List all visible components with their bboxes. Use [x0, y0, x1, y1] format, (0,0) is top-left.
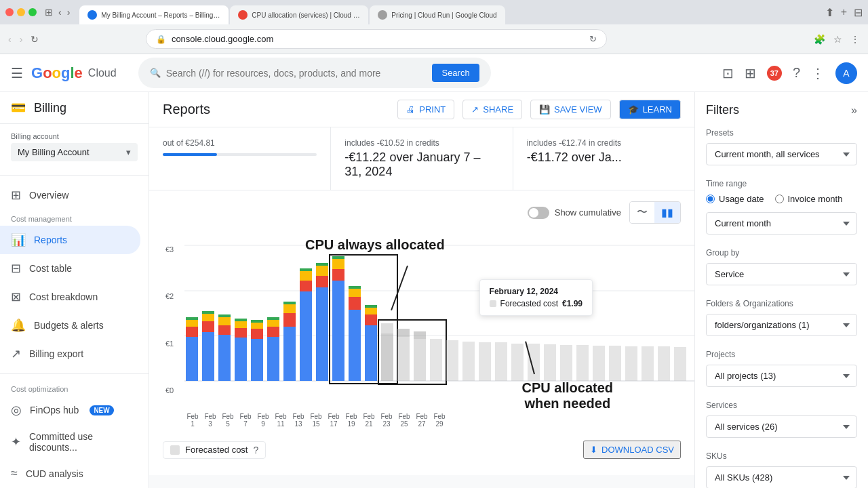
progress-bar [163, 153, 217, 156]
presets-select[interactable]: Current month, all services [706, 143, 857, 165]
y-label-2: €2 [165, 292, 174, 300]
chart-footer: Forecasted cost ? ⬇ DOWNLOAD CSV [163, 435, 681, 464]
sidebar-toggle-icon[interactable]: ⊞ [45, 7, 53, 18]
services-select[interactable]: All services (26) [706, 415, 857, 438]
chart-controls: Show cumulative 〜 ▮▮ [163, 201, 681, 224]
back-icon[interactable]: ‹ [58, 7, 62, 18]
svg-rect-36 [316, 287, 328, 381]
sidebar-label-cost-table: Cost table [29, 263, 72, 274]
share-button[interactable]: ↗ SHARE [462, 100, 522, 119]
billing-icon: 💳 [11, 100, 26, 115]
bookmark-icon[interactable]: ☆ [833, 34, 842, 45]
share-label: SHARE [483, 104, 513, 115]
bar-chart-btn[interactable]: ▮▮ [654, 202, 680, 223]
hamburger-menu-icon[interactable]: ☰ [11, 65, 23, 81]
chevron-down-icon: ▾ [126, 147, 131, 157]
extensions-icon[interactable]: 🧩 [814, 34, 825, 45]
more-options-icon[interactable]: ⋮ [850, 34, 860, 45]
chart-type-buttons: 〜 ▮▮ [629, 201, 681, 224]
close-button[interactable] [5, 8, 14, 16]
svg-rect-23 [251, 320, 263, 323]
x-label-feb11: Feb 11 [273, 413, 289, 428]
forward-nav-icon[interactable]: › [20, 34, 23, 45]
sidebar-item-committed[interactable]: ✦ Committed use discounts... [0, 424, 140, 460]
sidebar-item-cud[interactable]: ≈ CUD analysis [0, 460, 140, 487]
x-label-feb1: Feb 1 [184, 413, 201, 428]
help-icon[interactable]: ? [793, 65, 800, 81]
sidebar-item-budgets[interactable]: 🔔 Budgets & alerts [0, 311, 140, 340]
sidebar-item-reports[interactable]: 📊 Reports [0, 226, 140, 254]
sidebar-item-cost-table[interactable]: ⊟ Cost table [0, 254, 140, 283]
maximize-button[interactable] [28, 8, 37, 16]
line-chart-btn[interactable]: 〜 [630, 202, 654, 223]
reload-small-icon[interactable]: ↻ [589, 34, 597, 44]
group-by-select[interactable]: Service [706, 263, 857, 285]
search-button[interactable]: Search [432, 64, 479, 82]
minimize-button[interactable] [17, 8, 25, 16]
svg-rect-40 [332, 281, 344, 381]
forward-icon[interactable]: › [67, 7, 71, 18]
main-layout: 💳 Billing Billing account My Billing Acc… [0, 92, 868, 488]
summary-card-2: includes -€10.52 in credits -€11.22 over… [331, 127, 513, 190]
svg-rect-65 [511, 344, 524, 381]
header-right-actions: ⊡ ⊞ 37 ? ⋮ A [722, 62, 857, 84]
search-input[interactable] [166, 68, 427, 79]
cloud-shell-icon[interactable]: ⊞ [745, 65, 756, 81]
budgets-icon: 🔔 [11, 318, 26, 333]
svg-rect-16 [235, 338, 247, 381]
cumulative-toggle[interactable] [528, 207, 549, 219]
share-browser-icon[interactable]: ⬆ [825, 6, 834, 19]
sidebar-item-cost-breakdown[interactable]: ⊠ Cost breakdown [0, 283, 140, 311]
sidebar-item-billing-export[interactable]: ↗ Billing export [0, 340, 140, 368]
save-view-button[interactable]: 💾 SAVE VIEW [530, 100, 611, 119]
sidebar-label-cost-breakdown: Cost breakdown [29, 291, 98, 302]
reload-icon[interactable]: ↻ [31, 34, 39, 45]
x-label-feb21: Feb 21 [361, 413, 377, 428]
print-label: PRINT [419, 104, 446, 115]
console-icon[interactable]: ⊡ [722, 65, 734, 81]
more-header-icon[interactable]: ⋮ [811, 65, 825, 81]
reports-icon: 📊 [11, 232, 26, 247]
sidebar-item-finops[interactable]: ◎ FinOps hub NEW [0, 396, 140, 424]
new-tab-icon[interactable]: + [841, 6, 847, 19]
usage-date-radio[interactable]: Usage date [706, 194, 764, 204]
skus-select[interactable]: All SKUs (428) [706, 466, 857, 488]
svg-rect-50 [365, 314, 377, 325]
browser-toolbar: ‹ › ↻ 🔒 console.cloud.google.com ↻ 🧩 ☆ ⋮ [0, 24, 868, 54]
notification-badge[interactable]: 37 [767, 66, 782, 81]
time-range-radio-group: Usage date Invoice month [706, 194, 857, 204]
back-nav-icon[interactable]: ‹ [8, 34, 12, 45]
presets-filter-group: Presets Current month, all services [706, 128, 857, 165]
billing-account-select[interactable]: My Billing Account ▾ [11, 143, 138, 161]
chart-container: CPU always allocated €3 €2 €1 €0 [163, 232, 681, 435]
svg-rect-64 [495, 342, 507, 381]
cost-management-section-label: Cost management [0, 209, 149, 226]
skus-label: SKUs [706, 451, 857, 461]
x-label-feb7: Feb 7 [237, 413, 254, 428]
projects-select[interactable]: All projects (13) [706, 365, 857, 387]
summary-card-1: out of €254.81 [149, 127, 331, 190]
url-bar[interactable]: 🔒 console.cloud.google.com ↻ [146, 29, 607, 49]
forecasted-legend: Forecasted cost ? [163, 441, 266, 459]
browser-tab-billing[interactable]: My Billing Account – Reports – Billing –… [79, 5, 229, 24]
cost-table-icon: ⊟ [11, 261, 21, 276]
download-csv-button[interactable]: ⬇ DOWNLOAD CSV [583, 441, 681, 459]
time-range-select[interactable]: Current month [706, 212, 857, 235]
learn-button[interactable]: 🎓 LEARN [619, 100, 681, 119]
url-text: console.cloud.google.com [172, 34, 273, 44]
logo-e: e [75, 64, 83, 81]
filters-expand-icon[interactable]: » [851, 104, 857, 117]
invoice-month-radio[interactable]: Invoice month [775, 194, 843, 204]
print-button[interactable]: 🖨 PRINT [397, 100, 454, 119]
more-icon[interactable]: ⊟ [854, 6, 863, 19]
content-actions: 🖨 PRINT ↗ SHARE 💾 SAVE VIEW 🎓 LEARN [397, 100, 681, 119]
user-avatar[interactable]: A [835, 62, 857, 84]
sidebar-item-overview[interactable]: ⊞ Overview [0, 181, 140, 209]
download-label: DOWNLOAD CSV [601, 445, 674, 455]
global-search-bar[interactable]: 🔍 Search [138, 58, 491, 88]
time-range-filter-group: Time range Usage date Invoice month Curr… [706, 179, 857, 235]
sidebar-label-budgets: Budgets & alerts [34, 320, 104, 331]
folders-select[interactable]: folders/organizations (1) [706, 314, 857, 336]
browser-tab-cpu[interactable]: CPU allocation (services) | Cloud Run Do… [230, 5, 368, 24]
browser-tab-pricing[interactable]: Pricing | Cloud Run | Google Cloud [370, 5, 505, 24]
